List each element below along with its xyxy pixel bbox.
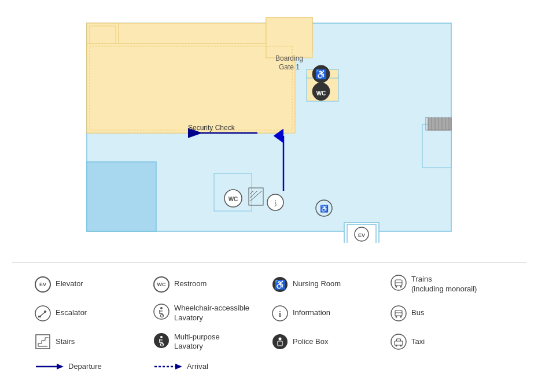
wheelchair-label: Wheelchair-accessible Lavatory: [174, 304, 249, 323]
svg-point-75: [400, 316, 402, 317]
stairs-icon: [35, 334, 51, 350]
svg-text:WC: WC: [229, 196, 238, 202]
wheelchair-icon: [153, 304, 169, 320]
legend-stairs: Stairs: [35, 332, 148, 352]
bus-label: Bus: [411, 308, 424, 318]
svg-point-88: [279, 338, 282, 341]
police-label: Police Box: [293, 337, 328, 347]
legend-restroom: WC Restroom: [153, 275, 266, 294]
svg-rect-11: [422, 124, 451, 168]
svg-point-64: [44, 310, 46, 313]
elevator-icon: EV: [35, 276, 51, 293]
legend-taxi: Taxi: [390, 332, 503, 352]
bus-icon: [390, 305, 407, 321]
svg-marker-96: [57, 364, 64, 369]
legend-nursing: ♿ Nursing Room: [272, 275, 385, 294]
multipurpose-icon: [153, 332, 169, 349]
svg-text:Boarding: Boarding: [275, 54, 303, 62]
svg-text:♿: ♿: [320, 204, 329, 213]
departure-icon: [35, 361, 64, 372]
legend-bus: Bus: [390, 304, 503, 323]
svg-rect-6: [87, 43, 295, 133]
svg-point-94: [400, 345, 402, 347]
legend-wheelchair: Wheelchair-accessible Lavatory: [153, 304, 266, 323]
nursing-icon: ♿: [272, 276, 288, 293]
svg-point-85: [160, 336, 163, 338]
svg-text:♿: ♿: [315, 69, 327, 80]
legend-police: Police Box: [272, 332, 385, 352]
legend-information: i Information: [272, 304, 385, 323]
svg-point-93: [396, 345, 397, 347]
main-container: Security Check Boarding Gate 1 ♿ WC ♿ WC: [0, 0, 538, 384]
svg-rect-7: [266, 17, 312, 58]
svg-rect-65: [38, 316, 41, 317]
svg-marker-98: [175, 364, 182, 369]
legend-elevator: EV Elevator: [35, 275, 148, 294]
trains-label: Trains (including monorail): [411, 275, 477, 294]
multipurpose-label: Multi-purpose Lavatory: [174, 332, 220, 352]
svg-point-91: [391, 334, 406, 349]
legend: EV Elevator WC Restroom ♿ Nursing Room: [12, 262, 526, 372]
svg-text:WC: WC: [316, 90, 326, 97]
arrival-icon: [153, 361, 182, 372]
svg-text:♿: ♿: [274, 279, 286, 290]
elevator-label: Elevator: [56, 279, 83, 289]
arrival-label: Arrival: [187, 362, 208, 372]
svg-text:EV: EV: [358, 232, 365, 238]
information-icon: i: [272, 305, 288, 321]
map-area: Security Check Boarding Gate 1 ♿ WC ♿ WC: [81, 12, 457, 245]
escalator-icon: [35, 305, 51, 321]
svg-point-62: [35, 306, 50, 321]
taxi-icon: [390, 334, 407, 350]
legend-trains: Trains (including monorail): [390, 275, 503, 294]
svg-text:i: i: [279, 310, 281, 319]
legend-escalator: Escalator: [35, 304, 148, 323]
svg-rect-92: [395, 341, 403, 345]
svg-point-74: [396, 316, 397, 317]
svg-rect-13: [87, 162, 156, 231]
map-svg: Security Check Boarding Gate 1 ♿ WC ♿ WC: [81, 12, 457, 243]
trains-icon: [390, 275, 407, 291]
svg-point-67: [160, 307, 163, 309]
police-icon: [272, 334, 288, 350]
taxi-label: Taxi: [411, 337, 425, 347]
information-label: Information: [293, 308, 330, 318]
legend-arrival: Arrival: [153, 361, 266, 372]
svg-point-71: [391, 306, 406, 321]
restroom-icon: WC: [153, 276, 169, 293]
legend-multipurpose: Multi-purpose Lavatory: [153, 332, 266, 352]
svg-point-87: [272, 334, 288, 349]
svg-text:Gate 1: Gate 1: [279, 63, 300, 71]
svg-text:⟆: ⟆: [274, 199, 277, 206]
departure-label: Departure: [68, 362, 102, 372]
nursing-label: Nursing Room: [293, 279, 341, 289]
legend-departure: Departure: [35, 361, 148, 372]
stairs-label: Stairs: [56, 337, 75, 347]
restroom-label: Restroom: [174, 279, 207, 289]
svg-text:Security Check: Security Check: [188, 124, 235, 132]
escalator-label: Escalator: [56, 308, 87, 318]
